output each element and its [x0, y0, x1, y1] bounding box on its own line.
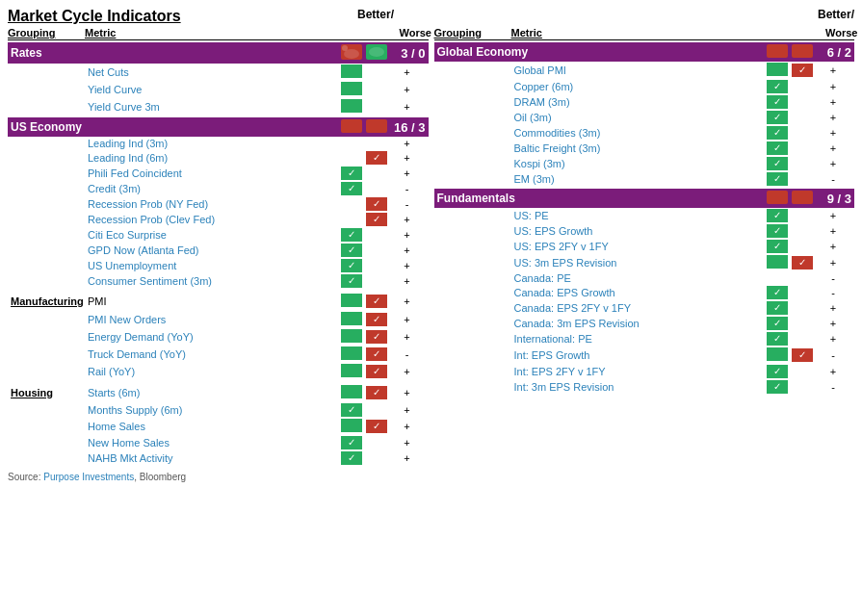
rail-yoy-bw: + — [389, 366, 426, 377]
canada-eps-growth-bw: - — [815, 287, 851, 298]
gpd-now-bw: + — [389, 244, 426, 256]
phili-fed-bw: + — [389, 167, 426, 179]
rates-net-cuts-row: Net Cuts + — [8, 64, 429, 81]
fundamentals-score: 9 / 3 — [815, 192, 851, 206]
source-suffix: , Bloomberg — [134, 472, 186, 482]
canada-eps-2fy-bw: + — [815, 302, 851, 314]
pmi-new-orders-bw: + — [389, 314, 426, 325]
us-eps-2fy-metric: US: EPS 2FY v 1FY — [514, 241, 766, 252]
int-eps-rev-bw: - — [815, 381, 851, 393]
us-unemployment-row: US Unemployment ✓ + — [8, 258, 429, 273]
int-eps-2fy-metric: Int: EPS 2FY v 1FY — [514, 366, 766, 377]
rates-label: Rates — [11, 46, 339, 60]
housing-starts-metric: Starts (6m) — [88, 387, 339, 398]
source-line: Source: Purpose Investments, Bloomberg — [8, 472, 854, 482]
citi-eco-bull: ✓ — [339, 228, 364, 242]
col-headers-row: Grouping Metric Worse Grouping Metric Wo… — [8, 27, 854, 40]
canada-eps-growth-row: Canada: EPS Growth ✓ - — [434, 285, 855, 300]
int-eps-growth-metric: Int: EPS Growth — [514, 349, 766, 361]
us-eps-2fy-bull: ✓ — [765, 240, 790, 253]
citi-eco-bw: + — [389, 229, 426, 241]
us-economy-bear-icon — [339, 119, 364, 135]
leading-ind-3m-row: Leading Ind (3m) + — [8, 137, 429, 150]
rates-score: 3 / 0 — [389, 46, 426, 61]
us-pe-bull: ✓ — [765, 209, 790, 222]
copper-metric: Copper (6m) — [514, 81, 766, 92]
pmi-new-orders-metric: PMI New Orders — [88, 314, 339, 325]
credit-3m-metric: Credit (3m) — [88, 183, 339, 194]
canada-eps-rev-row: Canada: 3m EPS Revision ✓ + — [434, 316, 855, 331]
fundamentals-group-header: Fundamentals 9 / 3 — [434, 189, 855, 208]
fundamentals-bear-icon — [765, 191, 790, 206]
housing-starts-bear: ✓ — [364, 386, 389, 399]
us-pe-metric: US: PE — [514, 210, 766, 221]
commodities-bull: ✓ — [765, 126, 790, 140]
recession-clev-metric: Recession Prob (Clev Fed) — [88, 214, 339, 225]
us-eps-growth-metric: US: EPS Growth — [514, 225, 766, 237]
gpd-now-metric: GPD Now (Atlanta Fed) — [88, 244, 339, 256]
canada-pe-metric: Canada: PE — [514, 272, 766, 284]
nahb-metric: NAHB Mkt Activity — [88, 452, 339, 464]
canada-eps-2fy-bull: ✓ — [765, 301, 790, 315]
yield-curve-row: Yield Curve + — [8, 81, 429, 98]
energy-demand-bull — [339, 329, 364, 345]
home-sales-row: Home Sales ✓ + — [8, 418, 429, 435]
yield-curve-3m-bw: + — [389, 101, 426, 113]
us-eps-rev-bull — [765, 255, 790, 270]
gpd-now-row: GPD Now (Atlanta Fed) ✓ + — [8, 243, 429, 258]
intl-pe-bull: ✓ — [765, 332, 790, 346]
pmi-new-orders-bear: ✓ — [364, 313, 389, 326]
us-unemployment-bull: ✓ — [339, 259, 364, 272]
kospi-bw: + — [815, 158, 851, 169]
leading-ind-6m-bear: ✓ — [364, 151, 389, 165]
months-supply-bw: + — [389, 404, 426, 416]
us-economy-bull-icon — [364, 119, 389, 135]
months-supply-row: Months Supply (6m) ✓ + — [8, 402, 429, 418]
better-worse-left: Better/ — [357, 8, 394, 25]
int-eps-2fy-bw: + — [815, 366, 851, 377]
new-home-sales-bull: ✓ — [339, 436, 364, 449]
citi-eco-row: Citi Eco Surprise ✓ + — [8, 227, 429, 243]
int-eps-growth-bull — [765, 347, 790, 363]
truck-demand-metric: Truck Demand (YoY) — [88, 348, 339, 360]
canada-eps-growth-metric: Canada: EPS Growth — [514, 287, 766, 298]
energy-demand-bw: + — [389, 331, 426, 343]
truck-demand-bw: - — [389, 348, 426, 360]
us-economy-group-header: US Economy 16 / 3 — [8, 117, 429, 137]
us-eps-2fy-bw: + — [815, 241, 851, 252]
leading-ind-3m-metric: Leading Ind (3m) — [88, 138, 339, 149]
commodities-row: Commodities (3m) ✓ + — [434, 125, 855, 141]
dram-bw: + — [815, 96, 851, 108]
em-metric: EM (3m) — [514, 173, 766, 185]
pmi-new-orders-row: PMI New Orders ✓ + — [8, 311, 429, 328]
top-header: Market Cycle Indicators Better/ Better/ — [8, 8, 854, 25]
int-eps-rev-bull: ✓ — [765, 380, 790, 394]
rail-yoy-bear: ✓ — [364, 365, 389, 378]
consumer-sentiment-bull: ✓ — [339, 274, 364, 288]
rail-yoy-metric: Rail (YoY) — [88, 366, 339, 377]
canada-pe-row: Canada: PE - — [434, 271, 855, 285]
nahb-row: NAHB Mkt Activity ✓ + — [8, 450, 429, 466]
nahb-bw: + — [389, 452, 426, 464]
leading-ind-6m-row: Leading Ind (6m) ✓ + — [8, 150, 429, 166]
right-table: Global Economy 6 / 2 Global PMI ✓ + — [434, 41, 855, 466]
recession-ny-row: Recession Prob (NY Fed) ✓ - — [8, 196, 429, 212]
int-eps-growth-row: Int: EPS Growth ✓ - — [434, 346, 855, 364]
phili-fed-bull: ✓ — [339, 167, 364, 180]
canada-eps-rev-metric: Canada: 3m EPS Revision — [514, 318, 766, 329]
baltic-row: Baltic Freight (3m) ✓ + — [434, 141, 855, 156]
kospi-metric: Kospi (3m) — [514, 158, 766, 169]
us-eps-growth-bw: + — [815, 225, 851, 237]
global-pmi-metric: Global PMI — [514, 64, 766, 76]
energy-demand-row: Energy Demand (YoY) ✓ + — [8, 328, 429, 346]
recession-clev-row: Recession Prob (Clev Fed) ✓ + — [8, 212, 429, 227]
int-eps-2fy-bull: ✓ — [765, 365, 790, 378]
oil-bw: + — [815, 112, 851, 123]
manufacturing-pmi-row: Manufacturing PMI ✓ + — [8, 292, 429, 311]
source-link[interactable]: Purpose Investments — [43, 472, 134, 482]
manufacturing-pmi-bull — [339, 294, 364, 309]
recession-clev-bw: + — [389, 214, 426, 225]
leading-ind-6m-metric: Leading Ind (6m) — [88, 152, 339, 164]
fundamentals-label: Fundamentals — [437, 192, 766, 205]
dram-row: DRAM (3m) ✓ + — [434, 94, 855, 110]
